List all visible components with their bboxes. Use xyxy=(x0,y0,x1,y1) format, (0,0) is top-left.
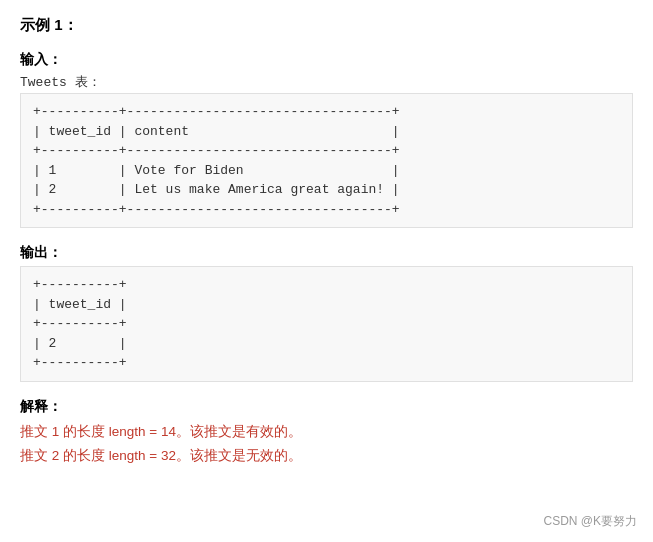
input-label: 输入： xyxy=(20,51,633,69)
output-section: 输出： +----------+ | tweet_id | +---------… xyxy=(20,244,633,382)
output-label: 输出： xyxy=(20,244,633,262)
explanation-lines: 推文 1 的长度 length = 14。该推文是有效的。 推文 2 的长度 l… xyxy=(20,420,633,469)
input-section: 输入： Tweets 表： +----------+--------------… xyxy=(20,51,633,228)
explanation-section: 解释： 推文 1 的长度 length = 14。该推文是有效的。 推文 2 的… xyxy=(20,398,633,469)
example-title: 示例 1： xyxy=(20,16,633,35)
page-container: 示例 1： 输入： Tweets 表： +----------+--------… xyxy=(20,16,633,468)
footer-text: CSDN @K要努力 xyxy=(543,513,637,530)
explanation-line1: 推文 1 的长度 length = 14。该推文是有效的。 xyxy=(20,420,633,444)
explanation-line2: 推文 2 的长度 length = 32。该推文是无效的。 xyxy=(20,444,633,468)
explanation-label: 解释： xyxy=(20,398,633,416)
output-table: +----------+ | tweet_id | +----------+ |… xyxy=(20,266,633,382)
input-table: +----------+----------------------------… xyxy=(20,93,633,228)
tweets-label: Tweets 表： xyxy=(20,73,633,91)
